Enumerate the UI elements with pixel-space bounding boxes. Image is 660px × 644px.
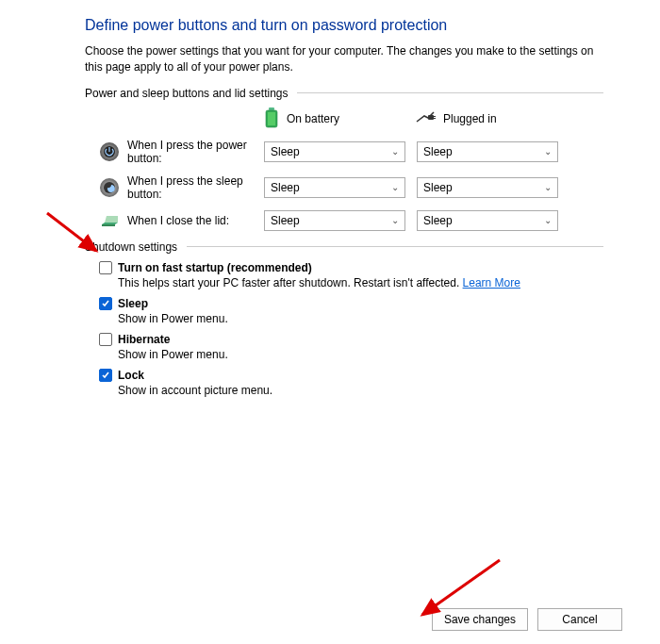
checkbox-lock-sub: Show in account picture menu.: [118, 384, 603, 397]
svg-line-11: [422, 560, 500, 615]
power-button-battery-select[interactable]: Sleep ⌄: [264, 141, 405, 162]
svg-rect-3: [428, 115, 434, 120]
svg-rect-2: [268, 112, 275, 125]
power-button-icon: [99, 141, 120, 162]
plug-icon: [415, 110, 436, 128]
shutdown-item-hibernate: Hibernate Show in Power menu.: [99, 333, 603, 361]
checkbox-lock[interactable]: [99, 369, 112, 382]
chevron-down-icon: ⌄: [391, 146, 399, 157]
checkbox-sleep-label: Sleep: [118, 297, 148, 310]
divider: [297, 92, 603, 93]
checkbox-hibernate-sub: Show in Power menu.: [118, 348, 603, 361]
row-power-button-label: When I press the power button:: [127, 139, 264, 165]
footer-buttons: Save changes Cancel: [432, 608, 622, 631]
battery-icon: [264, 107, 279, 131]
col-on-battery: On battery: [264, 107, 415, 131]
chevron-down-icon: ⌄: [544, 182, 552, 192]
learn-more-link[interactable]: Learn More: [463, 276, 520, 289]
col-plugged-label: Plugged in: [443, 112, 497, 125]
row-close-lid-label: When I close the lid:: [127, 214, 264, 227]
checkbox-fast-startup-sub: This helps start your PC faster after sh…: [118, 276, 603, 289]
row-power-button: When I press the power button: Sleep ⌄ S…: [99, 139, 603, 165]
save-changes-button[interactable]: Save changes: [432, 608, 528, 631]
divider: [187, 246, 603, 247]
select-value: Sleep: [271, 181, 300, 194]
chevron-down-icon: ⌄: [391, 182, 399, 192]
sub-text: This helps start your PC faster after sh…: [118, 276, 463, 289]
shutdown-item-fast-startup: Turn on fast startup (recommended) This …: [99, 261, 603, 289]
shutdown-item-lock: Lock Show in account picture menu.: [99, 369, 603, 397]
checkbox-hibernate[interactable]: [99, 333, 112, 346]
row-sleep-button: When I press the sleep button: Sleep ⌄ S…: [99, 174, 603, 201]
row-sleep-button-label: When I press the sleep button:: [127, 174, 264, 201]
power-button-plugged-select[interactable]: Sleep ⌄: [417, 141, 558, 162]
shutdown-item-sleep: Sleep Show in Power menu.: [99, 297, 603, 325]
section-shutdown-label: Shutdown settings: [85, 240, 177, 254]
page-title: Define power buttons and turn on passwor…: [85, 17, 603, 34]
section-shutdown-header: Shutdown settings: [85, 240, 603, 254]
checkbox-fast-startup-label: Turn on fast startup (recommended): [118, 261, 312, 274]
section-power-sleep-header: Power and sleep buttons and lid settings: [85, 87, 603, 100]
chevron-down-icon: ⌄: [391, 215, 399, 225]
column-headers: On battery Plugged in: [264, 107, 603, 131]
col-plugged-in: Plugged in: [415, 107, 566, 131]
col-battery-label: On battery: [287, 112, 339, 125]
close-lid-battery-select[interactable]: Sleep ⌄: [264, 210, 405, 231]
select-value: Sleep: [423, 181, 453, 194]
select-value: Sleep: [271, 145, 300, 158]
checkbox-fast-startup[interactable]: [99, 261, 112, 274]
lid-icon: [99, 210, 120, 231]
checkbox-hibernate-label: Hibernate: [118, 333, 170, 346]
sleep-button-plugged-select[interactable]: Sleep ⌄: [417, 177, 558, 198]
chevron-down-icon: ⌄: [544, 146, 552, 157]
row-close-lid: When I close the lid: Sleep ⌄ Sleep ⌄: [99, 210, 603, 231]
select-value: Sleep: [423, 214, 453, 227]
select-value: Sleep: [423, 145, 453, 158]
select-value: Sleep: [271, 214, 300, 227]
svg-rect-4: [434, 116, 436, 117]
checkbox-sleep-sub: Show in Power menu.: [118, 312, 603, 325]
cancel-button[interactable]: Cancel: [537, 608, 622, 631]
sleep-button-battery-select[interactable]: Sleep ⌄: [264, 177, 405, 198]
checkbox-sleep[interactable]: [99, 297, 112, 310]
page-description: Choose the power settings that you want …: [85, 43, 603, 75]
chevron-down-icon: ⌄: [544, 215, 552, 225]
svg-rect-5: [434, 118, 436, 119]
svg-rect-0: [269, 107, 274, 110]
sleep-button-icon: [99, 177, 120, 198]
section-power-sleep-label: Power and sleep buttons and lid settings: [85, 87, 288, 100]
close-lid-plugged-select[interactable]: Sleep ⌄: [417, 210, 558, 231]
checkbox-lock-label: Lock: [118, 369, 144, 382]
